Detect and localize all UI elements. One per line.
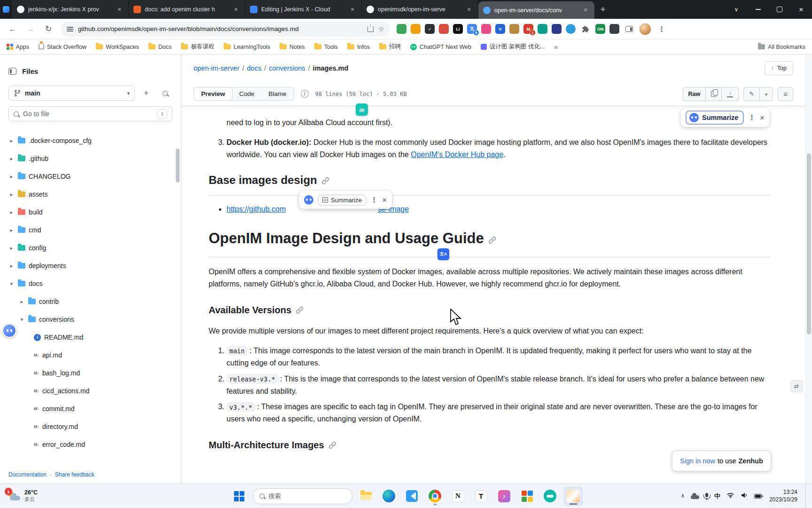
monica-floating-button[interactable] (2, 324, 16, 338)
documentation-link[interactable]: Documentation (8, 471, 47, 478)
extensions-puzzle-icon[interactable] (580, 24, 591, 35)
add-file-button[interactable]: + (139, 86, 154, 101)
address-bar[interactable]: github.com/openimsdk/open-im-server/blob… (61, 22, 390, 37)
taskbar-search[interactable]: 搜索 (253, 488, 352, 504)
anchor-link-icon[interactable] (488, 228, 496, 251)
extension-icon-translate[interactable]: 文0 (467, 24, 477, 34)
extension-icon-dark[interactable] (609, 24, 619, 34)
breadcrumb-conversions-link[interactable]: conversions (269, 64, 305, 72)
bookmark-folder-workspaces[interactable]: WorkSpaces (96, 44, 139, 50)
forward-button[interactable]: → (23, 21, 39, 37)
tab-list-chevron-icon[interactable] (726, 0, 747, 19)
extension-icon-orange[interactable] (411, 24, 421, 34)
close-icon[interactable] (382, 197, 387, 204)
tree-item-assets[interactable]: ▸assets (5, 185, 176, 203)
tree-item-bash-log[interactable]: bash_log.md (30, 364, 176, 382)
share-feedback-link[interactable]: Share feedback (55, 471, 94, 478)
start-button[interactable] (230, 487, 249, 506)
browser-tab-4[interactable]: openimsdk/open-im-serve (362, 0, 478, 19)
maximize-button[interactable] (769, 0, 790, 19)
edit-dropdown-button[interactable] (760, 87, 773, 101)
outline-button[interactable] (778, 87, 793, 101)
tree-item-changelog[interactable]: ▸CHANGELOG (5, 167, 176, 185)
close-icon[interactable] (759, 114, 765, 121)
extension-menu-icon[interactable] (748, 113, 755, 122)
battery-icon[interactable] (754, 492, 763, 500)
tree-item-directory[interactable]: directory.md (30, 418, 176, 436)
browser-tab-3[interactable]: Editing | Jenkins X - Cloud (245, 0, 362, 19)
anchor-link-icon[interactable] (321, 172, 329, 190)
extension-icon-teal[interactable] (538, 24, 547, 34)
chrome-icon[interactable] (426, 487, 445, 506)
extension-icon-red-book[interactable] (439, 24, 449, 34)
tree-item-cicd-actions[interactable]: cicd_actions.md (30, 382, 176, 400)
bookmark-chatgpt[interactable]: ChatGPT Next Web (410, 44, 471, 50)
go-to-file-input[interactable]: Go to file t (8, 106, 172, 121)
extension-icon-li[interactable]: Li (453, 24, 463, 34)
immersive-translate-badge[interactable]: 文A (437, 248, 449, 260)
grid-app-icon[interactable] (518, 487, 537, 506)
summarize-button[interactable]: Summarize (686, 111, 744, 125)
side-panel-icon[interactable] (624, 24, 635, 35)
reload-button[interactable]: ↻ (40, 21, 56, 37)
back-button[interactable]: ← (5, 21, 21, 37)
bookmark-folder-docs[interactable]: Docs (148, 44, 172, 50)
weather-widget[interactable]: 1 26°C 多云 (2, 486, 43, 506)
bookmark-star-icon[interactable] (378, 25, 384, 33)
dockerhub-page-link[interactable]: OpenIM's Docker Hub page (411, 151, 503, 159)
bookmark-stackoverflow[interactable]: Stack Overflow (39, 44, 86, 50)
edge-icon[interactable] (380, 487, 398, 506)
anchor-link-icon[interactable] (296, 303, 304, 318)
bookmark-design[interactable]: 设计图 架构图 优化... (481, 43, 545, 51)
browser-tab-2[interactable]: docs: add openim cluster h (129, 0, 245, 19)
extension-menu-icon[interactable] (371, 196, 378, 204)
download-button[interactable] (722, 87, 739, 101)
edit-button[interactable] (743, 87, 760, 101)
raw-button[interactable]: Raw (683, 87, 706, 101)
tree-item-cmd[interactable]: ▸cmd (5, 221, 176, 239)
cloud-tray-icon[interactable] (691, 495, 699, 499)
file-explorer-icon[interactable] (357, 487, 375, 506)
search-tree-button[interactable] (157, 86, 172, 101)
tab-blame[interactable]: Blame (261, 87, 293, 100)
ime-indicator[interactable]: 中 (714, 492, 720, 500)
notion-icon[interactable]: N (449, 487, 468, 506)
tree-item-conversions[interactable]: ▾conversions (15, 310, 176, 328)
site-settings-icon[interactable] (67, 26, 73, 32)
scroll-to-top-button[interactable]: ↑Top (765, 61, 793, 75)
tree-item-api[interactable]: api.md (30, 346, 176, 364)
t-app-icon[interactable]: T (472, 487, 491, 506)
bookmark-folder-infos[interactable]: Infos (347, 44, 370, 50)
minimize-button[interactable] (747, 0, 769, 19)
extension-icon-check[interactable]: ✓ (425, 24, 435, 34)
browser-menu-icon[interactable] (656, 25, 668, 33)
browser-tab-1[interactable]: jenkins-x/jx: Jenkins X prov (12, 0, 129, 19)
tree-item-github[interactable]: ▸.github (5, 150, 176, 167)
active-app-icon[interactable] (564, 487, 583, 506)
breadcrumb-docs-link[interactable]: docs (247, 64, 262, 72)
bookmarks-overflow-chevron[interactable]: » (554, 43, 558, 51)
tab-close-icon[interactable] (232, 5, 240, 14)
info-icon[interactable] (301, 90, 309, 98)
side-widget-button[interactable]: ⇄ (790, 380, 803, 392)
extension-icon-green[interactable] (397, 24, 406, 34)
wifi-icon[interactable] (726, 492, 734, 500)
bookmark-folder-tools[interactable]: Tools (314, 44, 338, 50)
tree-item-contrib[interactable]: ▸contrib (15, 293, 176, 310)
extension-icon-pink[interactable] (481, 24, 491, 34)
tab-code[interactable]: Code (232, 87, 261, 100)
tab-close-icon[interactable] (348, 5, 357, 14)
copy-button[interactable] (706, 87, 722, 101)
scrollbar-thumb[interactable] (807, 153, 811, 334)
tree-item-docker-compose-cfg[interactable]: ▸.docker-compose_cfg (5, 132, 176, 150)
tree-item-deployments[interactable]: ▸deployments (5, 257, 176, 275)
collapse-sidebar-icon[interactable] (8, 68, 16, 75)
extension-icon-blue[interactable] (566, 24, 576, 34)
profile-avatar[interactable] (639, 23, 651, 35)
taskbar-clock[interactable]: 13:24 2023/10/29 (769, 489, 797, 503)
extension-icon-v[interactable]: V (495, 24, 505, 34)
tree-item-build[interactable]: ▸build (5, 203, 176, 221)
vscode-icon[interactable] (403, 487, 422, 506)
browser-tab-active[interactable]: open-im-server/docs/conv (478, 1, 595, 19)
close-window-button[interactable] (790, 0, 812, 19)
